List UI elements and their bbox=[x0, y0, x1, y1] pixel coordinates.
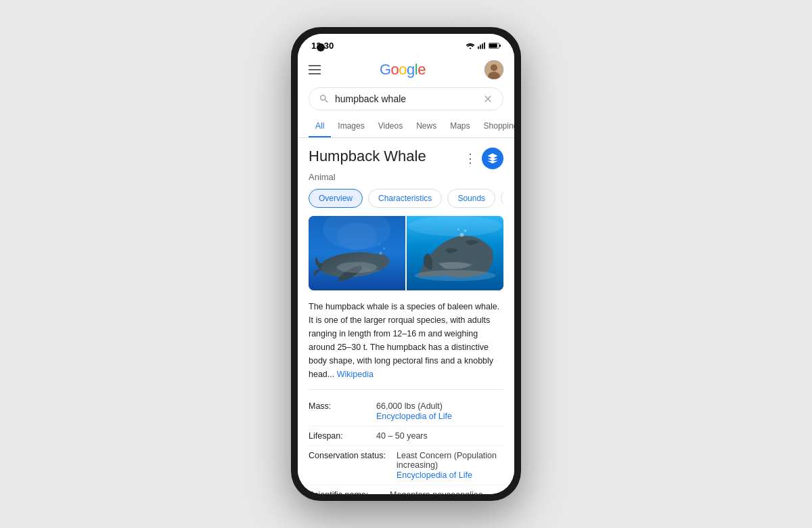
google-logo: Google bbox=[380, 61, 426, 79]
whale-image-1[interactable] bbox=[309, 216, 405, 290]
hamburger-menu[interactable] bbox=[309, 65, 321, 74]
user-avatar[interactable] bbox=[484, 60, 503, 79]
entity-description: The humpback whale is a species of balee… bbox=[309, 300, 503, 381]
svg-point-13 bbox=[337, 223, 378, 250]
logo-o2: o bbox=[399, 61, 407, 79]
search-icon bbox=[319, 93, 330, 104]
svg-rect-5 bbox=[499, 45, 501, 47]
signal-icon bbox=[478, 42, 486, 49]
phone-frame: 12:30 bbox=[291, 27, 521, 501]
fact-row-lifespan: Lifespan: 40 – 50 years bbox=[309, 426, 503, 446]
svg-point-17 bbox=[337, 262, 378, 273]
tab-maps[interactable]: Maps bbox=[443, 116, 476, 137]
wikipedia-link[interactable]: Wikipedia bbox=[337, 370, 374, 379]
entity-actions: ⋮ bbox=[464, 148, 503, 169]
svg-point-24 bbox=[460, 233, 464, 237]
chip-characteristics[interactable]: Characteristics bbox=[368, 189, 442, 208]
svg-rect-2 bbox=[482, 44, 483, 49]
camera-hole bbox=[317, 43, 325, 51]
conservation-source-link[interactable]: Encyclopedia of Life bbox=[397, 470, 503, 480]
logo-e: e bbox=[418, 61, 426, 79]
knowledge-panel: Humpback Whale ⋮ Animal bbox=[298, 138, 514, 494]
svg-point-20 bbox=[379, 244, 380, 245]
ar-icon bbox=[487, 152, 499, 164]
fact-row-conservation: Conservation status: Least Concern (Popu… bbox=[309, 446, 503, 485]
tab-images[interactable]: Images bbox=[331, 116, 371, 137]
svg-rect-3 bbox=[484, 43, 485, 49]
entity-images[interactable] bbox=[309, 216, 503, 290]
wifi-icon bbox=[466, 42, 475, 49]
tab-news[interactable]: News bbox=[409, 116, 443, 137]
fact-row-mass: Mass: 66,000 lbs (Adult) Encyclopedia of… bbox=[309, 397, 503, 426]
tab-videos[interactable]: Videos bbox=[371, 116, 409, 137]
main-content: Humpback Whale ⋮ Animal bbox=[298, 138, 514, 494]
tab-shopping[interactable]: Shopping bbox=[477, 116, 514, 137]
whale-image-2[interactable] bbox=[407, 216, 503, 290]
search-bar-container bbox=[309, 87, 503, 110]
clear-search-icon[interactable] bbox=[482, 93, 493, 104]
status-icons bbox=[466, 42, 501, 49]
search-input[interactable] bbox=[335, 93, 477, 104]
svg-rect-6 bbox=[489, 44, 497, 48]
more-options-icon[interactable]: ⋮ bbox=[464, 151, 476, 166]
logo-o1: o bbox=[391, 61, 399, 79]
chip-overview[interactable]: Overview bbox=[309, 189, 363, 208]
entity-title: Humpback Whale bbox=[309, 148, 426, 165]
svg-point-26 bbox=[457, 229, 459, 231]
svg-rect-0 bbox=[478, 47, 479, 49]
tab-all[interactable]: All bbox=[309, 116, 331, 137]
fact-row-scientific-name: Scientific name: Megaptera novaeangliae bbox=[309, 485, 503, 494]
entity-subtitle: Animal bbox=[309, 172, 503, 182]
facts-section: Mass: 66,000 lbs (Adult) Encyclopedia of… bbox=[309, 389, 503, 494]
chip-videos[interactable]: Videos bbox=[501, 189, 503, 208]
status-bar: 12:30 bbox=[298, 34, 514, 55]
svg-point-8 bbox=[491, 64, 497, 71]
svg-point-10 bbox=[491, 157, 495, 160]
ar-button[interactable] bbox=[482, 148, 503, 169]
category-chips: Overview Characteristics Sounds Videos bbox=[309, 189, 503, 208]
svg-point-19 bbox=[383, 248, 385, 250]
google-header: Google bbox=[298, 55, 514, 85]
svg-point-23 bbox=[415, 270, 496, 281]
svg-point-22 bbox=[408, 216, 503, 236]
search-tabs: All Images Videos News Maps Shopping bbox=[298, 116, 514, 138]
logo-g: g bbox=[407, 61, 415, 79]
entity-header: Humpback Whale ⋮ bbox=[309, 148, 503, 169]
logo-G: G bbox=[380, 61, 391, 79]
svg-point-25 bbox=[464, 229, 467, 232]
svg-point-18 bbox=[380, 252, 382, 255]
chip-sounds[interactable]: Sounds bbox=[447, 189, 495, 208]
mass-source-link[interactable]: Encyclopedia of Life bbox=[376, 412, 503, 421]
svg-rect-1 bbox=[480, 45, 481, 49]
battery-icon bbox=[489, 42, 501, 49]
phone-screen: 12:30 bbox=[298, 34, 514, 494]
